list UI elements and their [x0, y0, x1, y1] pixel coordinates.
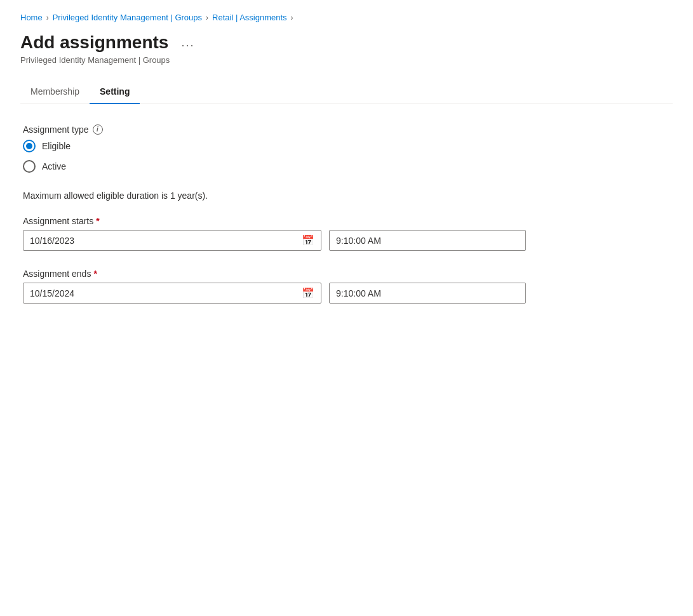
radio-eligible-label: Eligible: [42, 141, 71, 151]
assignment-starts-group: Assignment starts * 📅: [23, 216, 526, 251]
assignment-ends-time-wrapper[interactable]: [329, 283, 526, 304]
form-section: Assignment type i Eligible Active Maximu…: [20, 124, 528, 304]
max-duration-text: Maximum allowed eligible duration is 1 y…: [23, 191, 526, 201]
tab-setting[interactable]: Setting: [90, 80, 140, 104]
assignment-starts-label: Assignment starts *: [23, 216, 526, 226]
assignment-ends-date-wrapper[interactable]: 📅: [23, 283, 321, 304]
breadcrumb-separator-2: ›: [206, 13, 208, 22]
assignment-starts-row: 📅: [23, 230, 526, 251]
more-options-button[interactable]: ...: [176, 34, 199, 52]
radio-active-label: Active: [42, 161, 66, 171]
assignment-starts-date-wrapper[interactable]: 📅: [23, 230, 321, 251]
assignment-ends-required: *: [93, 269, 97, 279]
assignment-ends-date-input[interactable]: [30, 288, 297, 298]
tabs-container: Membership Setting: [20, 80, 673, 104]
assignment-ends-time-input[interactable]: [336, 288, 519, 298]
radio-eligible-input[interactable]: [23, 140, 36, 152]
calendar-starts-icon[interactable]: 📅: [302, 234, 314, 246]
assignment-type-radio-group: Eligible Active: [23, 140, 526, 173]
breadcrumb-separator-3: ›: [291, 13, 293, 22]
assignment-starts-time-wrapper[interactable]: [329, 230, 526, 251]
assignment-starts-time-input[interactable]: [336, 236, 519, 246]
radio-active-input[interactable]: [23, 160, 36, 173]
page-header: Add assignments ... Privileged Identity …: [20, 32, 673, 65]
assignment-type-group: Assignment type i Eligible Active: [23, 124, 526, 173]
page-subtitle: Privileged Identity Management | Groups: [20, 55, 673, 65]
assignment-ends-label: Assignment ends *: [23, 269, 526, 279]
breadcrumb-home[interactable]: Home: [20, 13, 43, 22]
calendar-ends-icon[interactable]: 📅: [302, 287, 314, 299]
assignment-type-info-icon[interactable]: i: [93, 124, 103, 135]
page-title: Add assignments: [20, 32, 168, 53]
radio-eligible[interactable]: Eligible: [23, 140, 526, 152]
breadcrumb-retail-assignments[interactable]: Retail | Assignments: [212, 13, 287, 22]
breadcrumb-separator-1: ›: [46, 13, 49, 22]
tab-membership[interactable]: Membership: [20, 80, 90, 104]
radio-active[interactable]: Active: [23, 160, 526, 173]
breadcrumb: Home › Privileged Identity Management | …: [20, 13, 673, 22]
assignment-ends-group: Assignment ends * 📅: [23, 269, 526, 304]
assignment-ends-row: 📅: [23, 283, 526, 304]
assignment-starts-date-input[interactable]: [30, 236, 297, 246]
breadcrumb-pim-groups[interactable]: Privileged Identity Management | Groups: [53, 13, 202, 22]
assignment-starts-required: *: [96, 216, 99, 226]
assignment-type-label: Assignment type i: [23, 124, 526, 135]
